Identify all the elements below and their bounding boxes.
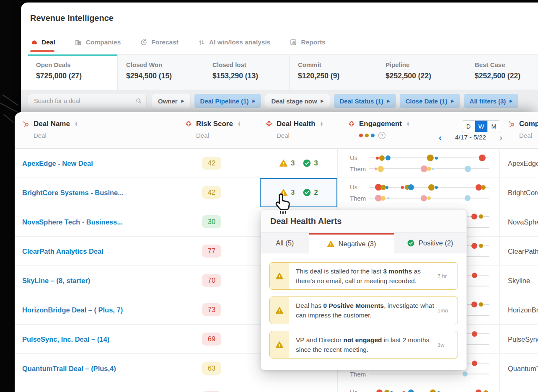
company-name: ClearPath Analytics xyxy=(508,247,538,255)
nav-tab-forecast[interactable]: Forecast xyxy=(140,39,178,46)
filter-chip[interactable]: Deal stage now▶ xyxy=(265,94,330,108)
company-name: HorizonBridge xyxy=(508,306,538,314)
engagement-dot xyxy=(385,155,391,160)
engagement-dot xyxy=(408,184,414,190)
period-toggle-w[interactable]: W xyxy=(475,121,487,132)
deal-name-link[interactable]: NovaSphere Tech - Business... xyxy=(22,218,123,226)
deal-name-link[interactable]: ApexEdge - New Deal xyxy=(22,159,93,167)
column-header-company[interactable]: Comp Deal xyxy=(508,120,538,139)
freshworks-icon xyxy=(265,120,273,128)
deal-name-link[interactable]: BrightCore Systems - Busine... xyxy=(22,188,124,196)
deal-name-link[interactable]: QuantumTrail Deal – (Plus,4) xyxy=(22,364,116,372)
chip-label: Close Date (1) xyxy=(406,98,447,105)
alert-stripe xyxy=(270,297,289,324)
background-scratch xyxy=(3,94,19,106)
engagement-dot xyxy=(481,185,486,190)
warning-icon xyxy=(327,240,335,248)
engagement-dot xyxy=(430,389,436,392)
period-toggle-m[interactable]: M xyxy=(487,121,500,132)
alert-text: This deal is stalled for the last 3 mont… xyxy=(289,263,437,289)
alerts-list: This deal is stalled for the last 3 mont… xyxy=(261,253,466,367)
tab-all[interactable]: All (5) xyxy=(261,233,309,253)
nav-tab-ai-winloss[interactable]: AI win/loss analysis xyxy=(198,39,270,46)
forecast-icon xyxy=(140,39,147,46)
legend-dot xyxy=(359,134,363,137)
engagement-dot xyxy=(376,389,383,392)
period-toggle-d[interactable]: D xyxy=(462,121,475,132)
search-input[interactable] xyxy=(28,94,147,108)
search-field[interactable] xyxy=(33,97,135,105)
filter-chip[interactable]: All filters (3)▶ xyxy=(464,94,519,108)
engagement-dot xyxy=(479,244,483,248)
engagement-them-label: Them xyxy=(350,371,366,378)
chip-label: Deal stage now xyxy=(271,98,317,105)
freshworks-icon xyxy=(185,120,192,128)
engagement-them-label: Them xyxy=(350,195,366,202)
filter-chip[interactable]: Close Date (1)▶ xyxy=(400,94,460,108)
engagement-dot xyxy=(432,168,434,170)
engagement-dot xyxy=(387,197,389,199)
deal-name-link[interactable]: PulseSync, Inc. Deal – (14) xyxy=(22,335,109,343)
nav-tab-companies[interactable]: Companies xyxy=(75,39,121,46)
risk-score-pill: 77 xyxy=(202,245,221,258)
deal-health-cell[interactable]: 33 xyxy=(260,149,337,178)
column-subtitle: Deal xyxy=(196,132,241,139)
column-header-deal-name[interactable]: Deal Name ▲▼ Deal xyxy=(22,120,78,139)
risk-score-pill: 42 xyxy=(202,157,221,170)
next-period-icon[interactable]: › xyxy=(499,133,502,142)
summary-card[interactable]: Open Deals$725,000 (27) xyxy=(28,54,117,92)
summary-card[interactable]: Best Case$252,500 (22) xyxy=(466,54,538,92)
summary-card[interactable]: Closed Won$294,500 (15) xyxy=(117,54,204,92)
cursor-hand-icon xyxy=(270,190,295,214)
chip-label: Owner xyxy=(158,98,178,105)
filter-chip[interactable]: Deal Pipeline (1)▶ xyxy=(194,94,261,108)
card-value: $252,500 (22) xyxy=(385,72,458,80)
company-name: NovaSphere Tech xyxy=(508,218,538,226)
sort-icon[interactable]: ▲▼ xyxy=(406,121,410,126)
stage: Revenue Intelligence Deal Companies Fore… xyxy=(0,0,538,392)
deal-health-cell[interactable] xyxy=(260,383,337,392)
column-header-deal-health[interactable]: Deal Health ▲▼ Deal xyxy=(265,120,323,139)
reports-icon xyxy=(290,39,297,46)
nav-tab-deal[interactable]: Deal xyxy=(30,39,55,46)
sort-icon[interactable]: ▲▼ xyxy=(75,121,78,126)
summary-card[interactable]: Closed lost$153,290 (13) xyxy=(204,54,289,92)
summary-card[interactable]: Commit$120,250 (9) xyxy=(289,54,377,92)
deal-name-link[interactable]: ClearPath Analytics Deal xyxy=(22,247,103,255)
hubspot-icon xyxy=(22,120,30,128)
risk-score-pill: 42 xyxy=(202,186,221,199)
engagement-dot xyxy=(463,371,468,377)
filter-chip[interactable]: Deal Status (1)▶ xyxy=(334,94,396,108)
column-header-risk-score[interactable]: Risk Score ▲▼ Deal xyxy=(185,120,241,139)
nav-tab-reports[interactable]: Reports xyxy=(290,39,326,46)
page-title: Revenue Intelligence xyxy=(30,13,114,23)
card-value: $294,500 (15) xyxy=(126,72,195,80)
alert-stripe xyxy=(270,263,289,289)
deal-name-link[interactable]: SkyLine – (8, starter) xyxy=(22,276,90,284)
tab-negative[interactable]: Negative (3) xyxy=(309,233,394,253)
filter-chip[interactable]: Owner▶ xyxy=(152,94,191,108)
engagement-dot xyxy=(376,157,379,160)
engagement-us-label: Us xyxy=(350,154,357,161)
deal-health-alerts-popup: Deal Health Alerts All (5) Negative (3) … xyxy=(261,209,467,370)
engagement-track-them xyxy=(369,168,489,169)
help-icon[interactable]: ? xyxy=(378,132,385,139)
engagement-track-them xyxy=(369,374,489,374)
column-header-engagement[interactable]: Engagement ▲▼ ? xyxy=(348,120,410,139)
deal-name-link[interactable]: HorizonBridge Deal – ( Plus, 7) xyxy=(22,306,123,314)
prev-period-icon[interactable]: ‹ xyxy=(439,133,442,142)
engagement-dot xyxy=(471,243,477,249)
tab-positive[interactable]: Positive (2) xyxy=(394,233,466,253)
engagement-us-label: Us xyxy=(350,183,357,191)
summary-card[interactable]: Pipeline$252,500 (22) xyxy=(377,54,466,92)
sort-icon[interactable]: ▲▼ xyxy=(238,121,241,126)
alert-time: 1mo xyxy=(437,297,458,324)
company-name: ApexEdge xyxy=(508,159,538,167)
engagement-dot xyxy=(484,390,488,392)
company-name: Skyline xyxy=(508,276,538,284)
engagement-dot xyxy=(427,155,434,161)
table-header: Deal Name ▲▼ Deal Risk Score ▲▼ Deal Dea… xyxy=(15,112,538,149)
warning-icon xyxy=(279,159,288,168)
chevron-right-icon: ▶ xyxy=(451,99,454,103)
sort-icon[interactable]: ▲▼ xyxy=(320,121,323,126)
